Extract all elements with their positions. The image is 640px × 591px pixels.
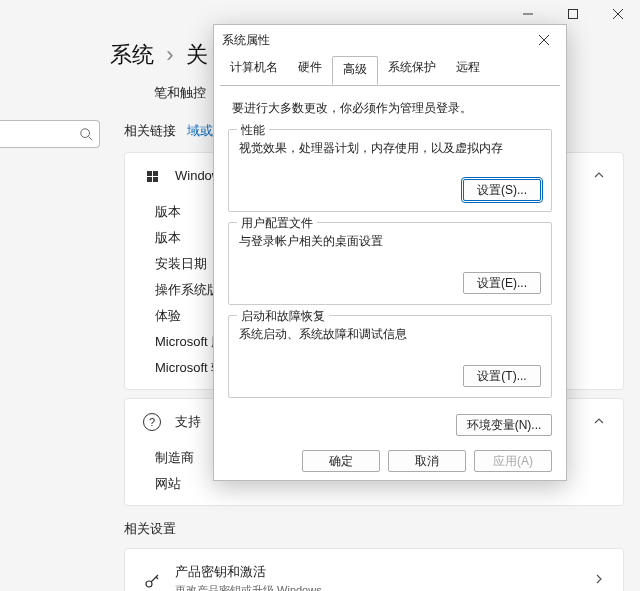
related-settings-heading: 相关设置	[124, 514, 624, 540]
windows-icon	[143, 171, 161, 182]
startup-recovery-legend: 启动和故障恢复	[237, 308, 329, 325]
tab-computer-name[interactable]: 计算机名	[220, 55, 288, 84]
admin-note: 要进行大多数更改，你必须作为管理员登录。	[232, 100, 548, 117]
dialog-close-button[interactable]	[530, 30, 558, 50]
performance-group: 性能 视觉效果，处理器计划，内存使用，以及虚拟内存 设置(S)...	[228, 129, 552, 212]
performance-legend: 性能	[237, 122, 269, 139]
search-icon	[79, 127, 93, 141]
related-links-label: 相关链接	[124, 123, 176, 138]
dialog-tabs: 计算机名 硬件 高级 系统保护 远程	[214, 55, 566, 85]
cancel-button[interactable]: 取消	[388, 450, 466, 472]
svg-line-8	[156, 577, 158, 579]
help-icon: ?	[143, 413, 161, 431]
activation-title: 产品密钥和激活	[175, 563, 579, 581]
key-icon	[143, 572, 161, 590]
performance-desc: 视觉效果，处理器计划，内存使用，以及虚拟内存	[239, 140, 541, 157]
dialog-title: 系统属性	[222, 32, 270, 49]
user-profile-settings-button[interactable]: 设置(E)...	[463, 272, 541, 294]
user-profile-legend: 用户配置文件	[237, 215, 317, 232]
startup-recovery-desc: 系统启动、系统故障和调试信息	[239, 326, 541, 343]
chevron-right-icon	[593, 573, 605, 588]
startup-recovery-group: 启动和故障恢复 系统启动、系统故障和调试信息 设置(T)...	[228, 315, 552, 398]
startup-recovery-settings-button[interactable]: 设置(T)...	[463, 365, 541, 387]
breadcrumb-sep: ›	[166, 42, 173, 67]
breadcrumb-system[interactable]: 系统	[110, 42, 154, 67]
apply-button[interactable]: 应用(A)	[474, 450, 552, 472]
activation-sub: 更改产品密钥或升级 Windows	[175, 583, 579, 591]
chevron-up-icon[interactable]	[593, 169, 605, 184]
svg-point-4	[81, 129, 90, 138]
chevron-up-icon[interactable]	[593, 415, 605, 430]
env-vars-button[interactable]: 环境变量(N)...	[456, 414, 552, 436]
activation-panel[interactable]: 产品密钥和激活 更改产品密钥或升级 Windows	[124, 548, 624, 591]
user-profile-desc: 与登录帐户相关的桌面设置	[239, 233, 541, 250]
tab-remote[interactable]: 远程	[446, 55, 490, 84]
ok-button[interactable]: 确定	[302, 450, 380, 472]
system-properties-dialog: 系统属性 计算机名 硬件 高级 系统保护 远程 要进行大多数更改，你必须作为管理…	[213, 24, 567, 481]
user-profile-group: 用户配置文件 与登录帐户相关的桌面设置 设置(E)...	[228, 222, 552, 305]
breadcrumb-about: 关	[186, 42, 208, 67]
svg-line-5	[89, 137, 93, 141]
tab-advanced[interactable]: 高级	[332, 56, 378, 85]
search-input[interactable]	[0, 120, 100, 148]
tab-hardware[interactable]: 硬件	[288, 55, 332, 84]
performance-settings-button[interactable]: 设置(S)...	[463, 179, 541, 201]
tab-system-protection[interactable]: 系统保护	[378, 55, 446, 84]
